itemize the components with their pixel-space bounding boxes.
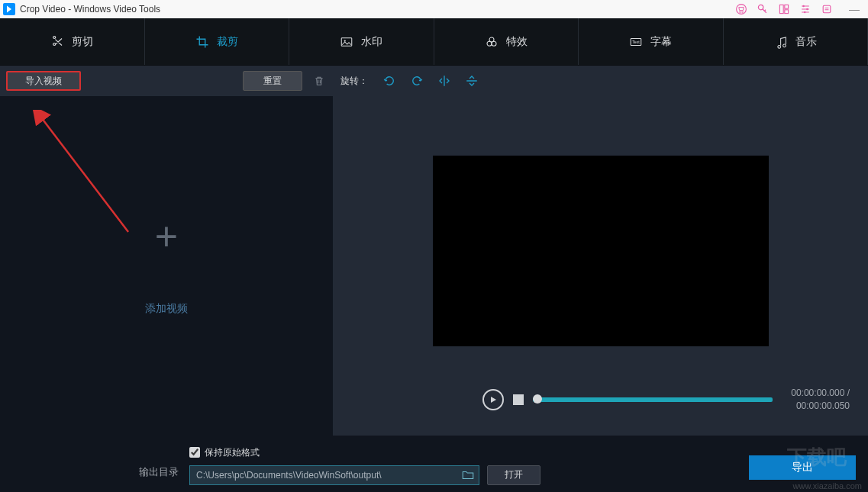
progress-thumb[interactable] <box>533 394 542 404</box>
player-controls: 00:00:00.000 / 00:00:00.050 <box>333 387 868 413</box>
reset-label: 重置 <box>263 75 282 88</box>
output-dir-label: 输出目录 <box>139 465 179 479</box>
text-icon: Text <box>629 35 643 49</box>
svg-point-1 <box>758 5 763 9</box>
key-icon[interactable] <box>752 0 773 18</box>
keep-format-input[interactable] <box>189 447 200 458</box>
open-label: 打开 <box>505 468 523 481</box>
time-display: 00:00:00.000 / 00:00:00.050 <box>791 387 850 413</box>
tab-cut-label: 剪切 <box>72 35 93 49</box>
tab-subtitle-label: 字幕 <box>650 35 672 49</box>
progress-bar[interactable] <box>533 397 773 402</box>
rotate-label: 旋转： <box>340 75 368 88</box>
music-icon <box>774 35 788 49</box>
flip-vertical-icon <box>465 74 479 88</box>
folder-icon[interactable] <box>461 468 475 482</box>
tab-crop[interactable]: 裁剪 <box>145 18 290 65</box>
crop-icon <box>195 35 209 49</box>
keep-format-checkbox[interactable]: 保持原始格式 <box>189 446 540 459</box>
tab-bar: 剪切 裁剪 水印 特效 Text 字幕 音乐 <box>0 18 868 66</box>
svg-rect-8 <box>823 5 831 13</box>
tab-crop-label: 裁剪 <box>217 35 238 49</box>
reset-button[interactable]: 重置 <box>243 71 302 91</box>
menu-icon[interactable] <box>816 0 837 18</box>
svg-line-16 <box>41 117 128 232</box>
svg-point-6 <box>806 8 808 10</box>
rotate-ccw-icon <box>382 74 396 88</box>
minimize-button[interactable]: — <box>844 0 865 18</box>
svg-text:Text: Text <box>632 40 640 44</box>
flip-horizontal-button[interactable] <box>434 71 455 91</box>
play-button[interactable] <box>482 389 504 410</box>
flip-vertical-button[interactable] <box>461 71 482 91</box>
svg-point-13 <box>492 41 496 46</box>
video-preview[interactable] <box>433 156 769 346</box>
cart-icon[interactable] <box>731 0 752 18</box>
svg-rect-3 <box>785 5 789 8</box>
export-button[interactable]: 导出 <box>749 455 856 480</box>
media-panel[interactable]: + 添加视频 <box>0 96 333 436</box>
rotate-cw-icon <box>410 74 424 88</box>
image-icon <box>340 35 353 49</box>
window-title: Crop Video - Windows Video Tools <box>20 4 731 14</box>
title-bar: Crop Video - Windows Video Tools — <box>0 0 868 18</box>
add-video-label: 添加视频 <box>145 302 188 316</box>
main-area: + 添加视频 00:00:00.000 / 00:00:00.050 <box>0 96 868 436</box>
import-video-label: 导入视频 <box>25 75 62 88</box>
svg-point-7 <box>804 11 805 13</box>
svg-point-12 <box>487 41 492 46</box>
toolbar: 导入视频 重置 旋转： <box>0 66 868 96</box>
export-label: 导出 <box>792 461 813 474</box>
annotation-arrow <box>21 110 144 240</box>
svg-point-0 <box>737 5 747 14</box>
keep-format-label: 保持原始格式 <box>205 446 260 459</box>
tab-watermark[interactable]: 水印 <box>289 18 434 65</box>
app-icon <box>3 3 15 15</box>
scissors-icon <box>50 35 64 49</box>
tab-cut[interactable]: 剪切 <box>0 18 145 65</box>
open-button[interactable]: 打开 <box>487 465 540 485</box>
rotate-ccw-button[interactable] <box>379 71 400 91</box>
output-path-input[interactable] <box>189 465 479 485</box>
svg-point-5 <box>802 5 804 7</box>
tab-watermark-label: 水印 <box>361 35 382 49</box>
time-total: 00:00:00.050 <box>791 400 850 413</box>
bottom-bar: 输出目录 保持原始格式 打开 导出 下载吧 www.xiazaiba.com <box>0 436 868 492</box>
tab-subtitle[interactable]: Text 字幕 <box>579 18 724 65</box>
tab-effect-label: 特效 <box>506 35 528 49</box>
time-current: 00:00:00.000 / <box>791 387 850 400</box>
rotate-cw-button[interactable] <box>406 71 428 91</box>
tab-music-label: 音乐 <box>795 35 817 49</box>
tab-effect[interactable]: 特效 <box>434 18 579 65</box>
flip-horizontal-icon <box>437 74 451 88</box>
svg-rect-9 <box>342 37 353 46</box>
settings-icon[interactable] <box>795 0 816 18</box>
plus-icon: + <box>155 217 178 256</box>
layout-icon[interactable] <box>773 0 795 18</box>
stop-button[interactable] <box>513 394 524 405</box>
tab-music[interactable]: 音乐 <box>724 18 869 65</box>
play-icon <box>489 396 497 404</box>
import-video-button[interactable]: 导入视频 <box>6 71 81 91</box>
trash-icon <box>313 75 325 87</box>
watermark-url: www.xiazaiba.com <box>793 481 862 490</box>
svg-rect-2 <box>779 5 783 13</box>
preview-panel: 00:00:00.000 / 00:00:00.050 <box>333 96 868 436</box>
delete-button[interactable] <box>308 71 330 91</box>
svg-rect-4 <box>785 10 789 14</box>
effect-icon <box>485 35 499 49</box>
